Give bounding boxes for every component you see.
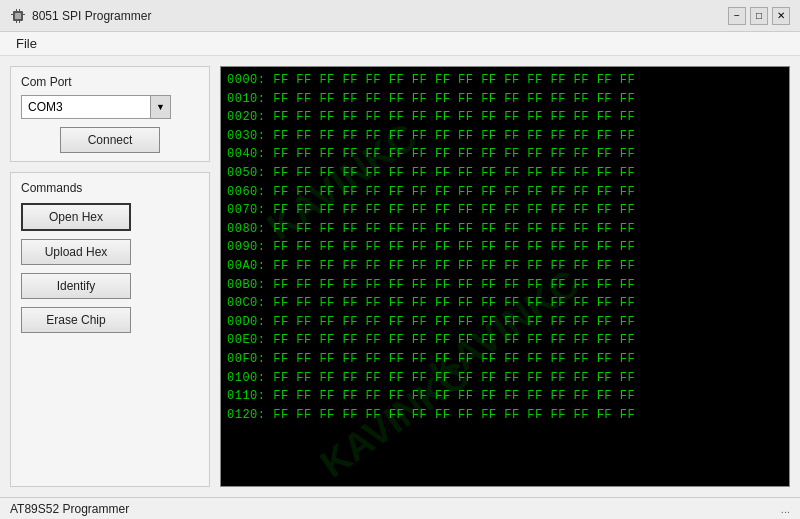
left-panel: Com Port COM3 COM1 COM2 COM4 ▼ Connect C… xyxy=(10,66,210,487)
erase-chip-button[interactable]: Erase Chip xyxy=(21,307,131,333)
svg-rect-3 xyxy=(23,14,25,15)
hex-row: 0000: FF FF FF FF FF FF FF FF FF FF FF F… xyxy=(227,71,783,90)
title-bar: 8051 SPI Programmer − □ ✕ xyxy=(0,0,800,32)
title-bar-left: 8051 SPI Programmer xyxy=(10,8,151,24)
hex-row: 0030: FF FF FF FF FF FF FF FF FF FF FF F… xyxy=(227,127,783,146)
hex-row: 0070: FF FF FF FF FF FF FF FF FF FF FF F… xyxy=(227,201,783,220)
hex-row: 0020: FF FF FF FF FF FF FF FF FF FF FF F… xyxy=(227,108,783,127)
close-button[interactable]: ✕ xyxy=(772,7,790,25)
hex-display-wrapper: 0000: FF FF FF FF FF FF FF FF FF FF FF F… xyxy=(220,66,790,487)
hex-row: 00D0: FF FF FF FF FF FF FF FF FF FF FF F… xyxy=(227,313,783,332)
svg-rect-6 xyxy=(16,21,17,23)
svg-rect-1 xyxy=(15,13,21,19)
select-arrow-icon[interactable]: ▼ xyxy=(151,95,171,119)
identify-button[interactable]: Identify xyxy=(21,273,131,299)
upload-hex-button[interactable]: Upload Hex xyxy=(21,239,131,265)
maximize-button[interactable]: □ xyxy=(750,7,768,25)
hex-row: 0040: FF FF FF FF FF FF FF FF FF FF FF F… xyxy=(227,145,783,164)
window-title: 8051 SPI Programmer xyxy=(32,9,151,23)
svg-rect-5 xyxy=(19,9,20,11)
svg-rect-2 xyxy=(11,14,13,15)
hex-row: 00B0: FF FF FF FF FF FF FF FF FF FF FF F… xyxy=(227,276,783,295)
status-text: AT89S52 Programmer xyxy=(10,502,129,516)
main-content: Com Port COM3 COM1 COM2 COM4 ▼ Connect C… xyxy=(0,56,800,497)
hex-row: 0120: FF FF FF FF FF FF FF FF FF FF FF F… xyxy=(227,406,783,425)
hex-row: 0080: FF FF FF FF FF FF FF FF FF FF FF F… xyxy=(227,220,783,239)
com-port-section: Com Port COM3 COM1 COM2 COM4 ▼ Connect xyxy=(10,66,210,162)
title-bar-buttons: − □ ✕ xyxy=(728,7,790,25)
hex-row: 0060: FF FF FF FF FF FF FF FF FF FF FF F… xyxy=(227,183,783,202)
hex-row: 0050: FF FF FF FF FF FF FF FF FF FF FF F… xyxy=(227,164,783,183)
hex-row: 0110: FF FF FF FF FF FF FF FF FF FF FF F… xyxy=(227,387,783,406)
minimize-button[interactable]: − xyxy=(728,7,746,25)
hex-row: 00E0: FF FF FF FF FF FF FF FF FF FF FF F… xyxy=(227,331,783,350)
commands-label: Commands xyxy=(21,181,199,195)
status-bar: AT89S52 Programmer ... xyxy=(0,497,800,519)
app-icon xyxy=(10,8,26,24)
com-port-select[interactable]: COM3 COM1 COM2 COM4 xyxy=(21,95,151,119)
com-port-label: Com Port xyxy=(21,75,199,89)
menu-file[interactable]: File xyxy=(8,34,45,53)
svg-rect-4 xyxy=(16,9,17,11)
hex-row: 0090: FF FF FF FF FF FF FF FF FF FF FF F… xyxy=(227,238,783,257)
hex-display[interactable]: 0000: FF FF FF FF FF FF FF FF FF FF FF F… xyxy=(221,67,789,486)
com-port-select-wrapper: COM3 COM1 COM2 COM4 ▼ xyxy=(21,95,199,119)
hex-row: 00A0: FF FF FF FF FF FF FF FF FF FF FF F… xyxy=(227,257,783,276)
commands-section: Commands Open Hex Upload Hex Identify Er… xyxy=(10,172,210,487)
connect-button[interactable]: Connect xyxy=(60,127,160,153)
hex-row: 00F0: FF FF FF FF FF FF FF FF FF FF FF F… xyxy=(227,350,783,369)
menu-bar: File xyxy=(0,32,800,56)
hex-row: 0010: FF FF FF FF FF FF FF FF FF FF FF F… xyxy=(227,90,783,109)
open-hex-button[interactable]: Open Hex xyxy=(21,203,131,231)
hex-row: 00C0: FF FF FF FF FF FF FF FF FF FF FF F… xyxy=(227,294,783,313)
svg-rect-7 xyxy=(19,21,20,23)
hex-row: 0100: FF FF FF FF FF FF FF FF FF FF FF F… xyxy=(227,369,783,388)
status-right: ... xyxy=(781,503,790,515)
